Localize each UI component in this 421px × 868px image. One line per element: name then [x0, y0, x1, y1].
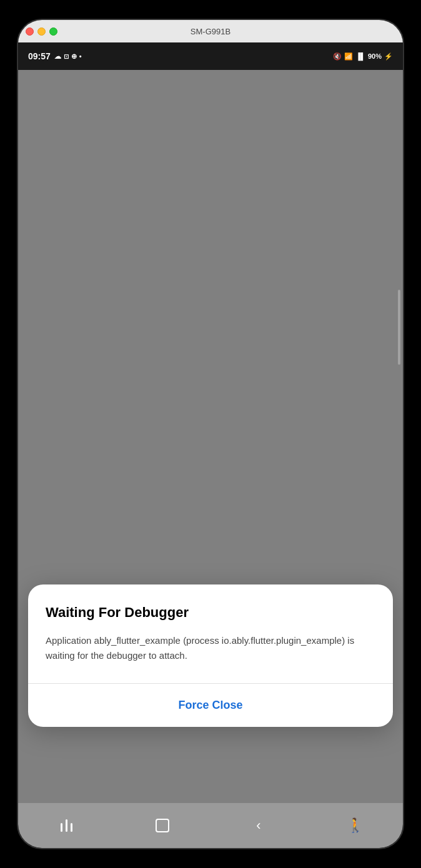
status-left: 09:57 ☁ ⊡ ⊕ • — [28, 51, 82, 61]
cloud-icon: ☁ — [54, 52, 61, 61]
accessibility-icon: 🚶 — [347, 817, 364, 834]
close-button[interactable] — [26, 27, 34, 36]
title-bar: SM-G991B — [18, 20, 403, 42]
home-nav-button[interactable] — [147, 811, 177, 841]
status-bar: 09:57 ☁ ⊡ ⊕ • 🔇 📶 ▐▌ — [18, 42, 403, 70]
dialog-overlay: Waiting For Debugger Application ably_fl… — [18, 578, 403, 803]
recents-icon — [61, 819, 72, 832]
debugger-dialog: Waiting For Debugger Application ably_fl… — [28, 584, 393, 727]
whatsapp-icon: ⊕ — [71, 52, 77, 61]
signal-icon: ▐▌ — [355, 52, 365, 60]
minimize-button[interactable] — [37, 27, 46, 36]
home-icon — [156, 819, 169, 832]
window-frame: SM-G991B 09:57 ☁ ⊡ ⊕ • 🔇 — [17, 19, 404, 849]
force-close-button[interactable]: Force Close — [163, 694, 257, 717]
scrollbar[interactable] — [398, 290, 400, 365]
battery-charging-icon: ⚡ — [384, 52, 393, 61]
traffic-lights — [26, 27, 57, 36]
phone-screen: 09:57 ☁ ⊡ ⊕ • 🔇 📶 ▐▌ — [18, 42, 403, 848]
back-nav-button[interactable]: ‹ — [244, 811, 274, 841]
battery-display: 90% — [368, 52, 382, 60]
nav-bar: ‹ 🚶 — [18, 803, 403, 848]
status-icons-left: ☁ ⊡ ⊕ • — [54, 52, 82, 61]
dialog-body: Application ably_flutter_example (proces… — [46, 633, 375, 663]
dialog-actions: Force Close — [46, 684, 375, 727]
wifi-icon: 📶 — [344, 52, 353, 61]
mute-icon: 🔇 — [333, 52, 342, 61]
recents-nav-button[interactable] — [51, 811, 81, 841]
window-title: SM-G991B — [191, 27, 230, 36]
maximize-button[interactable] — [49, 27, 57, 36]
accessibility-nav-button[interactable]: 🚶 — [340, 811, 370, 841]
dialog-title: Waiting For Debugger — [46, 604, 375, 621]
time-display: 09:57 — [28, 51, 51, 61]
dot-indicator: • — [79, 52, 82, 60]
main-content: Waiting For Debugger Application ably_fl… — [18, 70, 403, 803]
back-icon: ‹ — [256, 817, 260, 834]
status-right: 🔇 📶 ▐▌ 90% ⚡ — [333, 52, 393, 61]
screenshot-icon: ⊡ — [64, 53, 69, 60]
